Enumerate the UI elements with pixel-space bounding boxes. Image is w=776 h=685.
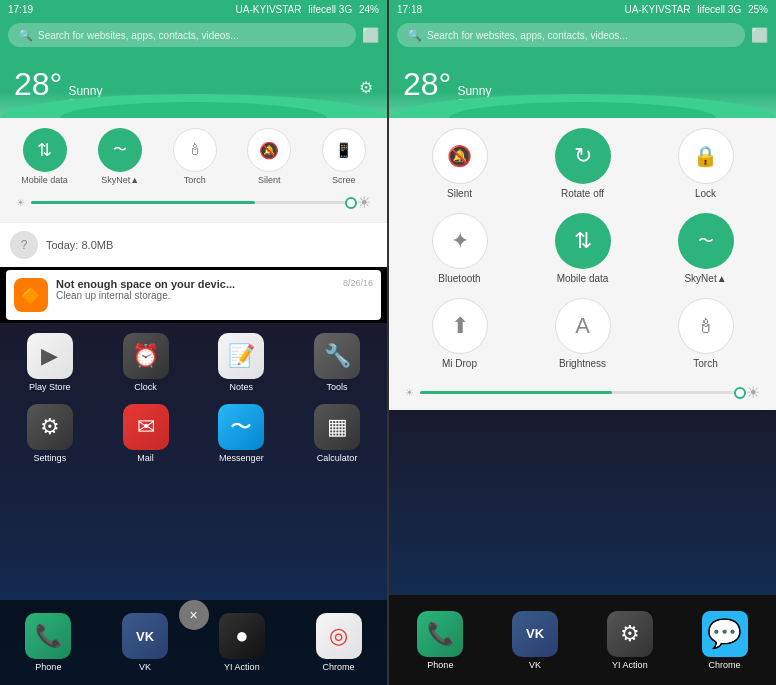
notif-icon: 🔶 — [14, 278, 48, 312]
toggle-skynet-right[interactable]: 〜 SkyNet▲ — [649, 213, 762, 284]
toggle-midrop-right[interactable]: ⬆ Mi Drop — [403, 298, 516, 369]
notification-item[interactable]: 🔶 Not enough space on your devic... Clea… — [6, 270, 381, 320]
toggle-circle-mobile-data: ⇅ — [23, 128, 67, 172]
dock-phone-left[interactable]: 📞 Phone — [0, 613, 97, 672]
app-dock-right: 📞 Phone VK VK ⚙ YI Action 💬 Chrome — [389, 595, 776, 685]
brightness-thumb-left[interactable] — [345, 197, 357, 209]
toggles-row-left: ⇅ Mobile data 〜 SkyNet▲ 🕯 Torch 🔕 Silent… — [6, 128, 381, 185]
battery-left: 24% — [359, 4, 379, 15]
toggle-circle-silent-right: 🔕 — [432, 128, 488, 184]
search-bar-right[interactable]: 🔍 Search for websites, apps, contacts, v… — [389, 18, 776, 52]
temperature-right: 28° — [403, 66, 451, 103]
app-label-calculator: Calculator — [317, 453, 358, 463]
dock-icon-phone-left: 📞 — [25, 613, 71, 659]
search-placeholder-right: Search for websites, apps, contacts, vid… — [427, 30, 628, 41]
dock-phone-right[interactable]: 📞 Phone — [393, 611, 488, 670]
carrier-right: UA-KYIVSTAR — [625, 4, 691, 15]
toggle-circle-midrop-right: ⬆ — [432, 298, 488, 354]
gear-icon-left[interactable]: ⚙ — [359, 78, 373, 97]
brightness-row-right[interactable]: ☀ ☀ — [389, 379, 776, 410]
toggle-mobile-data-right[interactable]: ⇅ Mobile data — [526, 213, 639, 284]
dock-icon-yi-right: ⚙ — [607, 611, 653, 657]
weather-widget-left: 28° Sunny Saturday, August 27 ⚙ — [0, 52, 387, 118]
brightness-sun-max-left: ☀ — [357, 193, 371, 212]
app-bg-right: 📞 Phone VK VK ⚙ YI Action 💬 Chrome — [389, 410, 776, 685]
toggle-circle-bluetooth-right: ✦ — [432, 213, 488, 269]
toggle-label-skynet: SkyNet▲ — [101, 175, 139, 185]
search-input-left[interactable]: 🔍 Search for websites, apps, contacts, v… — [8, 23, 356, 47]
dock-label-yi-right: YI Action — [612, 660, 648, 670]
toggle-label-torch-right: Torch — [693, 358, 717, 369]
dock-chrome-left[interactable]: ◎ Chrome — [290, 613, 387, 672]
toggle-mobile-data[interactable]: ⇅ Mobile data — [21, 128, 68, 185]
search-input-right[interactable]: 🔍 Search for websites, apps, contacts, v… — [397, 23, 745, 47]
toggle-circle-skynet: 〜 — [98, 128, 142, 172]
search-bar-left[interactable]: 🔍 Search for websites, apps, contacts, v… — [0, 18, 387, 52]
carrier-left: UA-KYIVSTAR — [236, 4, 302, 15]
toggle-bluetooth-right[interactable]: ✦ Bluetooth — [403, 213, 516, 284]
toggle-label-bluetooth-right: Bluetooth — [438, 273, 480, 284]
toggle-circle-torch: 🕯 — [173, 128, 217, 172]
app-clock[interactable]: ⏰ Clock — [100, 329, 192, 396]
toggle-silent-right[interactable]: 🔕 Silent — [403, 128, 516, 199]
data-usage-section: ? Today: 8.0MB — [0, 222, 387, 267]
toggle-rotate-right[interactable]: ↻ Rotate off — [526, 128, 639, 199]
search-icon-left: 🔍 — [18, 28, 33, 42]
toggle-silent[interactable]: 🔕 Silent — [247, 128, 291, 185]
brightness-slider-left[interactable] — [31, 201, 351, 204]
toggle-label-rotate-right: Rotate off — [561, 188, 604, 199]
toggle-label-brightness-right: Brightness — [559, 358, 606, 369]
app-messenger[interactable]: 〜 Messenger — [196, 400, 288, 467]
app-label-play-store: Play Store — [29, 382, 71, 392]
app-label-mail: Mail — [137, 453, 154, 463]
toggle-screen[interactable]: 📱 Scree — [322, 128, 366, 185]
brightness-sun-min-left: ☀ — [16, 197, 25, 208]
dock-label-chrome-right: Chrome — [709, 660, 741, 670]
toggle-torch[interactable]: 🕯 Torch — [173, 128, 217, 185]
brightness-fill-right — [420, 391, 612, 394]
search-placeholder-left: Search for websites, apps, contacts, vid… — [38, 30, 239, 41]
toggle-label-midrop-right: Mi Drop — [442, 358, 477, 369]
brightness-row-left[interactable]: ☀ ☀ — [6, 191, 381, 216]
brightness-sun-min-right: ☀ — [405, 387, 414, 398]
toggle-circle-brightness-right: A — [555, 298, 611, 354]
app-label-notes: Notes — [230, 382, 254, 392]
dock-vk-left[interactable]: VK VK — [97, 613, 194, 672]
app-mail[interactable]: ✉ Mail — [100, 400, 192, 467]
weather-widget-right: 28° Sunny Saturday, August 27 — [389, 52, 776, 118]
app-label-messenger: Messenger — [219, 453, 264, 463]
toggle-label-torch: Torch — [184, 175, 206, 185]
notif-time: 8/26/16 — [343, 278, 373, 288]
temperature-left: 28° — [14, 66, 62, 103]
dock-yi-right[interactable]: ⚙ YI Action — [583, 611, 678, 670]
toggle-lock-right[interactable]: 🔒 Lock — [649, 128, 762, 199]
status-bar-left: 17:19 UA-KYIVSTAR lifecell 3G 24% — [0, 0, 387, 18]
toggle-torch-right[interactable]: 🕯 Torch — [649, 298, 762, 369]
toggle-label-mobile-data-right: Mobile data — [557, 273, 609, 284]
app-calculator[interactable]: ▦ Calculator — [291, 400, 383, 467]
toggle-circle-torch-right: 🕯 — [678, 298, 734, 354]
dock-icon-chrome-right: 💬 — [702, 611, 748, 657]
toggle-label-silent: Silent — [258, 175, 281, 185]
dock-yi-left[interactable]: ● YI Action — [194, 613, 291, 672]
brightness-thumb-right[interactable] — [734, 387, 746, 399]
app-label-settings: Settings — [34, 453, 67, 463]
toggle-circle-rotate-right: ↻ — [555, 128, 611, 184]
toggle-skynet[interactable]: 〜 SkyNet▲ — [98, 128, 142, 185]
toggle-brightness-right[interactable]: A Brightness — [526, 298, 639, 369]
close-button[interactable]: × — [179, 600, 209, 630]
dock-chrome-right[interactable]: 💬 Chrome — [677, 611, 772, 670]
app-tools[interactable]: 🔧 Tools — [291, 329, 383, 396]
brightness-slider-right[interactable] — [420, 391, 740, 394]
app-notes[interactable]: 📝 Notes — [196, 329, 288, 396]
dock-label-vk-left: VK — [139, 662, 151, 672]
dock-label-phone-right: Phone — [427, 660, 453, 670]
toggle-circle-mobile-data-right: ⇅ — [555, 213, 611, 269]
app-icon-play-store: ▶ — [27, 333, 73, 379]
toggle-circle-silent: 🔕 — [247, 128, 291, 172]
toggle-label-mobile-data: Mobile data — [21, 175, 68, 185]
app-play-store[interactable]: ▶ Play Store — [4, 329, 96, 396]
dock-vk-right[interactable]: VK VK — [488, 611, 583, 670]
dock-label-chrome-left: Chrome — [323, 662, 355, 672]
app-settings[interactable]: ⚙ Settings — [4, 400, 96, 467]
